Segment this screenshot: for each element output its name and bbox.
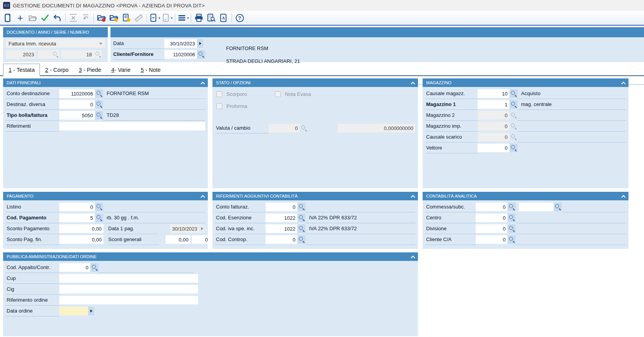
conto-fatturaz-lookup-button[interactable] xyxy=(297,203,306,211)
help-icon[interactable]: ? xyxy=(233,12,246,24)
vettore-field[interactable] xyxy=(478,144,509,152)
cliente-fornitore-field[interactable] xyxy=(164,50,197,59)
conto-destinazione-lookup-button[interactable] xyxy=(95,89,103,98)
serie-field xyxy=(38,50,51,59)
magazzino-imp-desc xyxy=(518,121,626,132)
supplier-street: STRADA DEGLI ANGARIARI, 21 xyxy=(226,58,300,64)
tab-note[interactable]: 5 - Note xyxy=(136,64,166,75)
sub-commessa-lookup-button[interactable] xyxy=(554,203,562,211)
cod-appalto-field[interactable] xyxy=(59,263,90,272)
add-icon[interactable]: + xyxy=(14,12,26,24)
tipo-bolla-lookup-button[interactable] xyxy=(95,111,103,120)
cig-field[interactable] xyxy=(59,285,198,294)
sconto-pagamento-field[interactable] xyxy=(59,224,104,233)
centro-lookup-button[interactable] xyxy=(508,214,516,222)
folder-red-icon[interactable] xyxy=(95,12,108,24)
magazzino-1-desc: mag. centrale xyxy=(518,99,626,110)
document-yellow-icon[interactable] xyxy=(120,12,133,24)
collapse-chevron-icon[interactable] xyxy=(411,255,415,260)
cod-esenzione-lookup-button[interactable] xyxy=(297,214,306,222)
nota-evasa-label: Nota Evasa xyxy=(285,91,324,97)
undo-icon[interactable] xyxy=(51,12,64,24)
tipo-bolla-field[interactable] xyxy=(59,111,95,120)
tab-piede[interactable]: 3 - Piede xyxy=(74,64,106,75)
cod-iva-spe-lookup-button[interactable] xyxy=(297,224,306,233)
tab-corpo[interactable]: 2 - Corpo xyxy=(40,64,73,75)
vettore-lookup-button[interactable] xyxy=(509,144,518,152)
data-field[interactable] xyxy=(164,39,197,48)
riferimento-ordine-field[interactable] xyxy=(59,296,198,304)
panel-title: STATO / OPZIONI xyxy=(216,80,250,85)
cod-pagamento-field[interactable] xyxy=(59,214,95,222)
collapse-chevron-icon[interactable] xyxy=(411,195,415,199)
sconto-generale-2-field[interactable] xyxy=(192,235,208,244)
data-ordine-calendar-button[interactable] xyxy=(88,307,94,315)
document-type-select[interactable]: Fattura Imm. ricevuta xyxy=(6,39,105,48)
collapse-chevron-icon[interactable] xyxy=(621,82,625,86)
sub-commessa-field[interactable] xyxy=(519,203,554,211)
cod-iva-spe-field[interactable] xyxy=(266,224,297,233)
new-document-icon[interactable] xyxy=(2,12,14,24)
causale-magazz-lookup-button[interactable] xyxy=(509,89,518,98)
sconto-generale-1-field[interactable] xyxy=(166,235,190,244)
proforma-label: Proforma xyxy=(226,103,265,109)
listino-lookup-button[interactable] xyxy=(95,203,103,211)
collapse-chevron-icon[interactable] xyxy=(200,82,205,86)
tab-testata[interactable]: 1 - Testata xyxy=(3,64,40,76)
causale-magazz-field[interactable] xyxy=(478,89,509,98)
pdf-icon[interactable]: A xyxy=(218,12,230,24)
cliente-ca-field[interactable] xyxy=(476,235,508,244)
cod-pagamento-lookup-button[interactable] xyxy=(95,214,103,222)
cliente-fornitore-lookup-button[interactable] xyxy=(197,50,205,59)
numero-lookup-button xyxy=(94,50,102,59)
data-calendar-button[interactable] xyxy=(197,39,203,48)
delete-row-icon: ✕ xyxy=(67,12,79,24)
centro-field[interactable] xyxy=(476,214,508,222)
page-minus-icon[interactable]: ▾ xyxy=(148,12,161,24)
conto-fatturaz-field[interactable] xyxy=(266,203,297,211)
field-row-sconto-pag-fin: Sconto Pag. fin. Sconti generali xyxy=(6,234,205,245)
destinaz-diversa-field[interactable] xyxy=(59,100,95,109)
page-blank-dropdown-icon[interactable]: ▾ xyxy=(171,16,173,20)
field-row-magazzino-1: Magazzino 1 mag. centrale xyxy=(425,99,626,110)
tab-varie[interactable]: 4- Varie xyxy=(106,64,136,75)
sconti-generali-label: Sconti generali xyxy=(107,234,159,245)
panel-title: MAGAZZINO xyxy=(426,80,451,85)
causale-magazz-desc: Acquisto xyxy=(518,88,626,99)
commessa-field[interactable] xyxy=(476,203,508,211)
listino-field[interactable] xyxy=(59,203,95,211)
collapse-chevron-icon[interactable] xyxy=(621,195,625,199)
cod-esenzione-field[interactable] xyxy=(266,214,297,222)
page-minus-dropdown-icon[interactable]: ▾ xyxy=(159,16,160,20)
divisione-lookup-button[interactable] xyxy=(508,224,516,233)
panel-pubblica-amministrazione: PUBBLICA AMMINISTRAZIONE/DATI ORDINE Cod… xyxy=(3,252,418,336)
collapse-chevron-icon[interactable] xyxy=(200,195,205,199)
folder-yellow-icon[interactable] xyxy=(108,12,120,24)
riferimenti-field[interactable] xyxy=(59,122,205,130)
print-icon[interactable] xyxy=(193,12,205,24)
data-ordine-field[interactable] xyxy=(59,307,88,315)
divisione-field[interactable] xyxy=(476,224,508,233)
cod-appalto-lookup-button[interactable] xyxy=(90,263,98,272)
menu-dropdown-icon[interactable]: ▾ xyxy=(187,16,189,20)
magazzino-2-desc xyxy=(518,110,626,121)
magazzino-1-field[interactable] xyxy=(478,100,509,109)
cliente-ca-lookup-button[interactable] xyxy=(508,235,516,244)
cod-controp-field[interactable] xyxy=(266,235,297,244)
destinaz-diversa-lookup-button[interactable] xyxy=(95,100,103,109)
confirm-icon[interactable] xyxy=(39,12,51,24)
preview-icon[interactable] xyxy=(205,12,218,24)
magazzino-imp-field xyxy=(478,122,509,130)
cod-esenzione-desc: IVA 22% DPR 633/72 xyxy=(306,212,415,223)
cup-field[interactable] xyxy=(59,274,198,283)
data-label: Data xyxy=(113,38,164,49)
sconto-pag-fin-field[interactable] xyxy=(59,235,104,244)
field-row-data: Data xyxy=(113,38,205,49)
cod-controp-lookup-button[interactable] xyxy=(297,235,306,244)
menu-icon[interactable]: ▾ xyxy=(177,12,189,24)
collapse-chevron-icon[interactable] xyxy=(411,82,415,86)
field-row-magazzino-2: Magazzino 2 xyxy=(425,110,626,121)
commessa-lookup-button[interactable] xyxy=(508,203,516,211)
conto-destinazione-field[interactable] xyxy=(59,89,95,98)
magazzino-1-lookup-button[interactable] xyxy=(509,100,518,109)
